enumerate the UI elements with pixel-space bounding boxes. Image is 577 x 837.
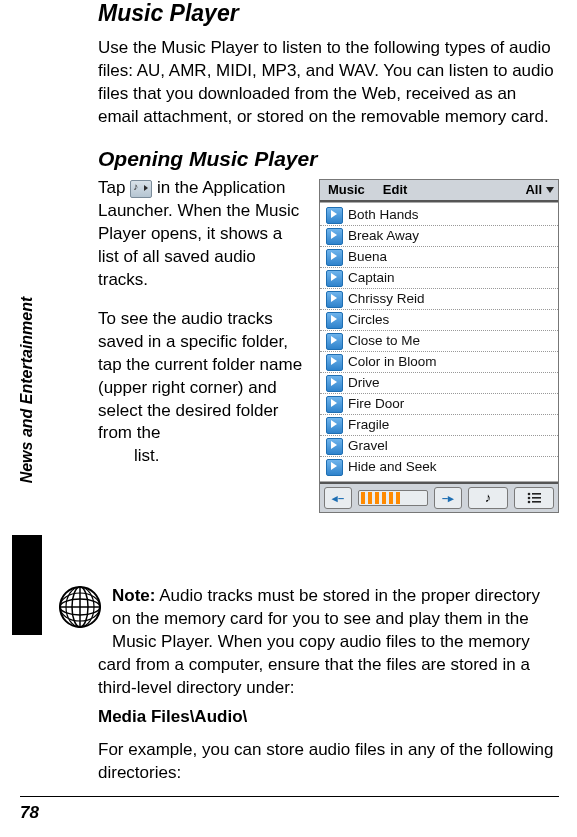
opening-paragraph-2: To see the audio tracks saved in a speci…	[98, 308, 303, 446]
track-list[interactable]: Both HandsBreak AwayBuenaCaptainChrissy …	[320, 202, 558, 482]
track-icon	[326, 249, 343, 266]
music-player-launcher-icon	[130, 180, 152, 198]
track-icon	[326, 396, 343, 413]
side-tab-index-marker	[12, 535, 42, 635]
note-lead: Note:	[112, 586, 155, 605]
track-row[interactable]: Captain	[320, 268, 558, 289]
track-label: Break Away	[348, 227, 419, 245]
next-button[interactable]: –▸	[434, 487, 462, 509]
chevron-down-icon	[546, 187, 554, 193]
footer-rule	[20, 796, 559, 797]
folder-selector-label: All	[525, 181, 542, 199]
track-row[interactable]: Buena	[320, 247, 558, 268]
list-icon	[527, 492, 541, 504]
track-label: Drive	[348, 374, 380, 392]
svg-rect-5	[532, 501, 541, 503]
subsection-title: Opening Music Player	[98, 145, 559, 173]
side-tab: News and Entertainment	[16, 250, 38, 530]
music-player-screenshot: Music Edit All Both HandsBreak AwayBuena…	[319, 179, 559, 513]
track-icon	[326, 207, 343, 224]
track-icon	[326, 312, 343, 329]
track-icon	[326, 375, 343, 392]
svg-point-4	[528, 501, 531, 504]
intro-paragraph: Use the Music Player to listen to the fo…	[98, 37, 559, 129]
track-icon	[326, 354, 343, 371]
page-number: 78	[20, 803, 39, 823]
track-icon	[326, 291, 343, 308]
track-icon	[326, 333, 343, 350]
prev-button[interactable]: ◂–	[324, 487, 352, 509]
track-label: Color in Bloom	[348, 353, 437, 371]
svg-point-0	[528, 493, 531, 496]
track-label: Buena	[348, 248, 387, 266]
track-icon	[326, 438, 343, 455]
svg-point-2	[528, 497, 531, 500]
track-row[interactable]: Hide and Seek	[320, 457, 558, 477]
track-row[interactable]: Break Away	[320, 226, 558, 247]
track-icon	[326, 417, 343, 434]
track-icon	[326, 270, 343, 287]
screenshot-controls: ◂– –▸ ♪	[320, 482, 558, 512]
track-row[interactable]: Gravel	[320, 436, 558, 457]
note-paragraph: Note: Audio tracks must be stored in the…	[98, 585, 559, 700]
progress-bar[interactable]	[358, 490, 428, 506]
track-row[interactable]: Chrissy Reid	[320, 289, 558, 310]
menu-music[interactable]: Music	[320, 181, 375, 199]
track-label: Both Hands	[348, 206, 419, 224]
track-label: Fragile	[348, 416, 389, 434]
example-paragraph: For example, you can store audio files i…	[98, 739, 559, 785]
track-row[interactable]: Fragile	[320, 415, 558, 436]
track-label: Captain	[348, 269, 395, 287]
screenshot-menubar: Music Edit All	[320, 180, 558, 202]
track-icon	[326, 459, 343, 476]
menu-edit[interactable]: Edit	[375, 181, 418, 199]
section-title: Music Player	[98, 0, 559, 27]
track-row[interactable]: Drive	[320, 373, 558, 394]
track-label: Chrissy Reid	[348, 290, 425, 308]
track-label: Circles	[348, 311, 389, 329]
opening-paragraph-2-tail: list.	[134, 445, 303, 468]
track-row[interactable]: Both Hands	[320, 205, 558, 226]
list-view-button[interactable]	[514, 487, 554, 509]
track-row[interactable]: Fire Door	[320, 394, 558, 415]
opening-pre: Tap	[98, 178, 130, 197]
svg-rect-1	[532, 493, 541, 495]
track-row[interactable]: Close to Me	[320, 331, 558, 352]
track-label: Hide and Seek	[348, 458, 437, 476]
opening-paragraph-1: Tap in the Application Launcher. When th…	[98, 177, 303, 292]
side-tab-label: News and Entertainment	[18, 297, 36, 484]
now-playing-button[interactable]: ♪	[468, 487, 508, 509]
track-row[interactable]: Circles	[320, 310, 558, 331]
track-label: Gravel	[348, 437, 388, 455]
globe-icon	[58, 585, 102, 636]
folder-selector[interactable]: All	[525, 181, 558, 199]
track-row[interactable]: Color in Bloom	[320, 352, 558, 373]
track-label: Fire Door	[348, 395, 404, 413]
track-label: Close to Me	[348, 332, 420, 350]
path-line: Media Files\Audio\	[98, 706, 559, 729]
note-body: Audio tracks must be stored in the prope…	[98, 586, 540, 697]
svg-rect-3	[532, 497, 541, 499]
track-icon	[326, 228, 343, 245]
